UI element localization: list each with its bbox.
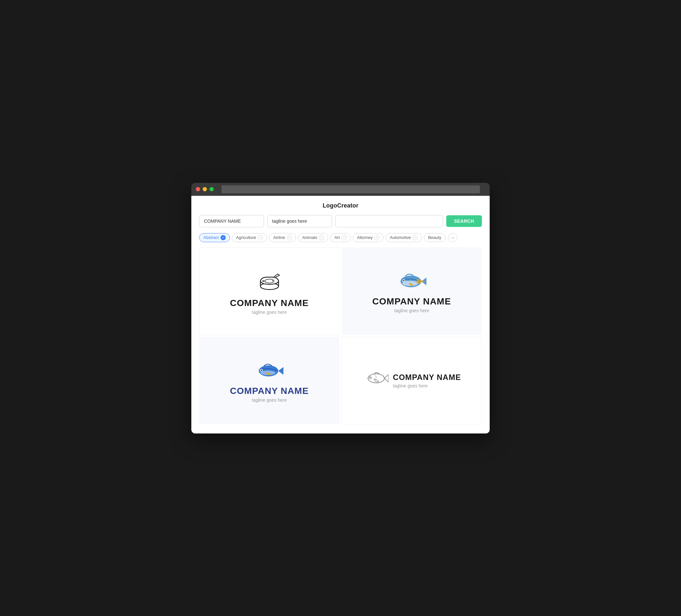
filter-abstract-check: ✓ <box>221 235 226 240</box>
logo4-inline: COMPANY NAME tagline goes here <box>362 369 461 393</box>
filter-art-label: Art <box>334 235 340 240</box>
app-title: LogoCreator <box>199 202 482 209</box>
filter-animals-label: Animals <box>302 235 317 240</box>
filter-airline[interactable]: Airline ✓ <box>269 233 296 242</box>
logo4-text-block: COMPANY NAME tagline goes here <box>393 373 461 388</box>
filter-automotive[interactable]: Automotive ✓ <box>385 233 422 242</box>
filter-animals-check: ✓ <box>319 235 324 240</box>
svg-point-5 <box>272 280 273 281</box>
logo4-tagline: tagline goes here <box>393 383 461 388</box>
filter-airline-label: Airline <box>273 235 285 240</box>
logo-icon-4 <box>362 369 388 388</box>
svg-point-13 <box>261 369 262 371</box>
filter-next-button[interactable]: → <box>448 233 457 242</box>
filter-automotive-check: ✓ <box>412 235 418 240</box>
tagline-input[interactable] <box>267 215 332 227</box>
logo1-tagline: tagline goes here <box>252 310 287 315</box>
logo3-tagline: tagline goes here <box>252 397 287 403</box>
logo4-company-name: COMPANY NAME <box>393 373 461 382</box>
svg-point-16 <box>370 377 371 378</box>
filter-animals[interactable]: Animals ✓ <box>298 233 328 242</box>
logo-card-4[interactable]: COMPANY NAME tagline goes here <box>342 337 482 425</box>
logo2-company-name: COMPANY NAME <box>372 296 451 307</box>
company-name-input[interactable] <box>199 215 264 227</box>
browser-window: LogoCreator SEARCH Abstract ✓ Agricultur… <box>191 183 490 434</box>
filter-beauty[interactable]: Beauty <box>424 233 445 242</box>
logo-grid: COMPANY NAME tagline goes here <box>199 247 482 425</box>
logo-card-3[interactable]: COMPANY NAME tagline goes here <box>199 337 339 425</box>
logo-card-1[interactable]: COMPANY NAME tagline goes here <box>199 247 339 335</box>
address-bar <box>222 185 480 193</box>
browser-titlebar <box>191 183 490 196</box>
filter-agriculture[interactable]: Agriculture ✓ <box>232 233 267 242</box>
search-button[interactable]: SEARCH <box>446 215 482 227</box>
filter-attorney-label: Attorney <box>357 235 373 240</box>
logo1-company-name: COMPANY NAME <box>230 298 309 308</box>
filter-agriculture-check: ✓ <box>258 235 263 240</box>
filter-attorney-check: ✓ <box>374 235 379 240</box>
logo3-company-name: COMPANY NAME <box>230 386 309 396</box>
filter-attorney[interactable]: Attorney ✓ <box>353 233 384 242</box>
logo2-tagline: tagline goes here <box>394 308 429 313</box>
logo-icon-3 <box>252 359 287 381</box>
filter-art[interactable]: Art ✓ <box>330 233 351 242</box>
maximize-button[interactable] <box>209 187 214 191</box>
filter-abstract-label: Abstract <box>203 235 219 240</box>
browser-content: LogoCreator SEARCH Abstract ✓ Agricultur… <box>191 196 490 434</box>
svg-point-9 <box>403 280 404 281</box>
filter-beauty-label: Beauty <box>428 235 441 240</box>
filter-abstract[interactable]: Abstract ✓ <box>199 233 230 242</box>
keyword-input[interactable] <box>335 215 443 227</box>
filter-bar: Abstract ✓ Agriculture ✓ Airline ✓ Anima… <box>199 233 482 242</box>
logo-icon-2 <box>394 269 430 292</box>
minimize-button[interactable] <box>203 187 207 191</box>
logo-icon-1 <box>255 267 284 293</box>
filter-agriculture-label: Agriculture <box>236 235 256 240</box>
close-button[interactable] <box>196 187 200 191</box>
filter-airline-check: ✓ <box>287 235 292 240</box>
search-bar: SEARCH <box>199 215 482 227</box>
logo-card-2[interactable]: COMPANY NAME tagline goes here <box>342 247 482 335</box>
filter-art-check: ✓ <box>342 235 347 240</box>
filter-automotive-label: Automotive <box>390 235 411 240</box>
